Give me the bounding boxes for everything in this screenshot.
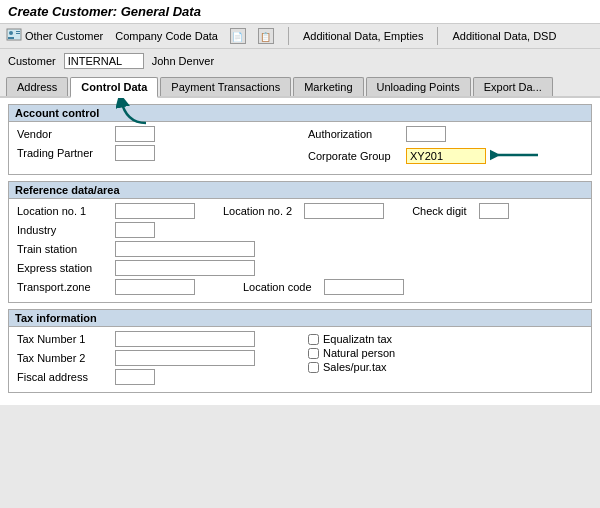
corporate-group-row: Corporate Group — [308, 145, 583, 167]
svg-rect-4 — [16, 33, 20, 34]
toolbar: Other Customer Company Code Data 📄 📋 Add… — [0, 24, 600, 49]
vendor-input[interactable] — [115, 126, 155, 142]
customer-row: Customer John Denver — [0, 49, 600, 73]
doc-icon2: 📋 — [258, 28, 274, 44]
svg-rect-3 — [16, 31, 20, 32]
doc-icon1: 📄 — [230, 28, 246, 44]
company-code-label: Company Code Data — [115, 30, 218, 42]
toolbar-icon1[interactable]: 📄 — [230, 28, 246, 44]
account-control-cols: Vendor Trading Partner Authorization Cor… — [17, 126, 583, 170]
tax-information-body: Tax Number 1 Tax Number 2 Fiscal address — [9, 327, 591, 392]
reference-data-body: Location no. 1 Location no. 2 Check digi… — [9, 199, 591, 302]
location-code-input[interactable] — [324, 279, 404, 295]
express-station-row: Express station — [17, 260, 583, 276]
industry-input[interactable] — [115, 222, 155, 238]
sales-pur-tax-row: Sales/pur.tax — [308, 361, 583, 373]
authorization-label: Authorization — [308, 128, 398, 140]
tax-right: Equalizatn tax Natural person Sales/pur.… — [308, 331, 583, 388]
natural-person-row: Natural person — [308, 347, 583, 359]
reference-data-header: Reference data/area — [9, 182, 591, 199]
toolbar-company-code-data[interactable]: Company Code Data — [115, 30, 218, 42]
customer-label: Customer — [8, 55, 56, 67]
customer-name: John Denver — [152, 55, 214, 67]
additional-dsd-label: Additional Data, DSD — [452, 30, 556, 42]
corporate-group-input[interactable] — [406, 148, 486, 164]
location-row1: Location no. 1 Location no. 2 Check digi… — [17, 203, 583, 219]
fiscal-address-row: Fiscal address — [17, 369, 292, 385]
vendor-label: Vendor — [17, 128, 107, 140]
toolbar-other-customer[interactable]: Other Customer — [6, 28, 103, 44]
tax-number1-input[interactable] — [115, 331, 255, 347]
fiscal-address-label: Fiscal address — [17, 371, 107, 383]
trading-partner-row: Trading Partner — [17, 145, 292, 161]
transport-zone-label: Transport.zone — [17, 281, 107, 293]
tax-number2-row: Tax Number 2 — [17, 350, 292, 366]
check-digit-label: Check digit — [412, 205, 466, 217]
toolbar-icon2[interactable]: 📋 — [258, 28, 274, 44]
reference-data-section: Reference data/area Location no. 1 Locat… — [8, 181, 592, 303]
tab-address[interactable]: Address — [6, 77, 68, 96]
title-text: Create Customer: General Data — [8, 4, 201, 19]
customer-input[interactable] — [64, 53, 144, 69]
tax-cols: Tax Number 1 Tax Number 2 Fiscal address — [17, 331, 583, 388]
train-station-input[interactable] — [115, 241, 255, 257]
account-control-header: Account control — [9, 105, 591, 122]
industry-label: Industry — [17, 224, 107, 236]
tab-marketing[interactable]: Marketing — [293, 77, 363, 96]
train-station-row: Train station — [17, 241, 583, 257]
account-control-body: Vendor Trading Partner Authorization Cor… — [9, 122, 591, 174]
tax-information-header: Tax information — [9, 310, 591, 327]
sales-pur-tax-label: Sales/pur.tax — [323, 361, 387, 373]
equalization-tax-label: Equalizatn tax — [323, 333, 392, 345]
tax-number1-label: Tax Number 1 — [17, 333, 107, 345]
equalization-tax-checkbox[interactable] — [308, 334, 319, 345]
tab-payment-transactions[interactable]: Payment Transactions — [160, 77, 291, 96]
equalization-tax-row: Equalizatn tax — [308, 333, 583, 345]
tax-number1-row: Tax Number 1 — [17, 331, 292, 347]
person-icon — [6, 28, 22, 44]
account-control-right: Authorization Corporate Group — [308, 126, 583, 170]
trading-partner-input[interactable] — [115, 145, 155, 161]
sales-pur-tax-checkbox[interactable] — [308, 362, 319, 373]
corporate-group-input-wrapper — [406, 145, 540, 167]
location-no2-label: Location no. 2 — [223, 205, 292, 217]
express-station-label: Express station — [17, 262, 107, 274]
location-no2-input[interactable] — [304, 203, 384, 219]
tab-control-data[interactable]: Control Data — [70, 77, 158, 98]
corporate-group-label: Corporate Group — [308, 150, 398, 162]
tab-unloading-points[interactable]: Unloading Points — [366, 77, 471, 96]
industry-row: Industry — [17, 222, 583, 238]
fiscal-address-input[interactable] — [115, 369, 155, 385]
transport-zone-input[interactable] — [115, 279, 195, 295]
additional-empties-label: Additional Data, Empties — [303, 30, 423, 42]
toolbar-separator — [288, 27, 289, 45]
tax-number2-input[interactable] — [115, 350, 255, 366]
other-customer-label: Other Customer — [25, 30, 103, 42]
tab-export-data[interactable]: Export Da... — [473, 77, 553, 96]
express-station-input[interactable] — [115, 260, 255, 276]
tabs-container: Address Control Data Payment Transaction… — [0, 73, 600, 98]
tabs-area: Address Control Data Payment Transaction… — [0, 73, 600, 98]
main-content: Account control Vendor Trading Partner A… — [0, 98, 600, 405]
location-no1-input[interactable] — [115, 203, 195, 219]
natural-person-checkbox[interactable] — [308, 348, 319, 359]
authorization-input[interactable] — [406, 126, 446, 142]
check-digit-input[interactable] — [479, 203, 509, 219]
natural-person-label: Natural person — [323, 347, 395, 359]
transport-zone-row: Transport.zone Location code — [17, 279, 583, 295]
toolbar-additional-dsd[interactable]: Additional Data, DSD — [452, 30, 556, 42]
corporate-group-arrow — [490, 145, 540, 167]
title-bar: Create Customer: General Data — [0, 0, 600, 24]
location-code-label: Location code — [243, 281, 312, 293]
tax-left: Tax Number 1 Tax Number 2 Fiscal address — [17, 331, 292, 388]
account-control-left: Vendor Trading Partner — [17, 126, 292, 170]
toolbar-separator2 — [437, 27, 438, 45]
vendor-row: Vendor — [17, 126, 292, 142]
train-station-label: Train station — [17, 243, 107, 255]
svg-point-1 — [9, 31, 13, 35]
trading-partner-label: Trading Partner — [17, 147, 107, 159]
authorization-row: Authorization — [308, 126, 583, 142]
tax-number2-label: Tax Number 2 — [17, 352, 107, 364]
location-no1-label: Location no. 1 — [17, 205, 107, 217]
toolbar-additional-empties[interactable]: Additional Data, Empties — [303, 30, 423, 42]
